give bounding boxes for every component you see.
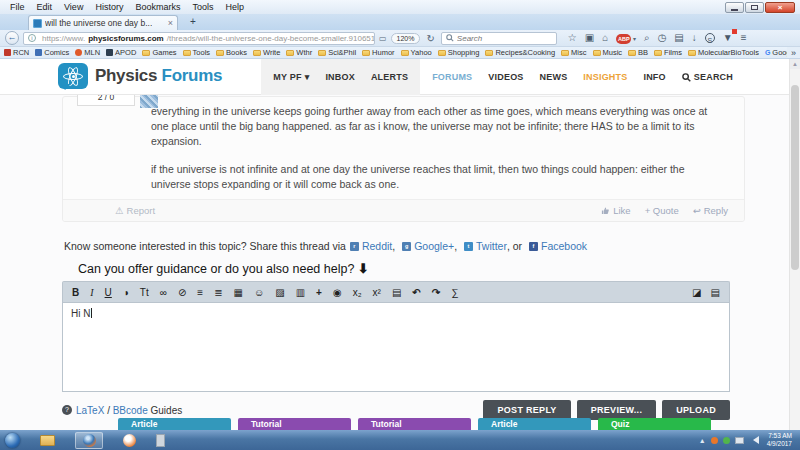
tray-network-icon[interactable] <box>735 437 744 444</box>
page-scrollbar[interactable]: ▲ <box>789 59 800 430</box>
zoom-level-badge[interactable]: 120% <box>391 33 421 44</box>
menu-history[interactable]: History <box>89 1 129 13</box>
quote-link[interactable]: + Quote <box>645 205 679 216</box>
upload-button[interactable]: UPLOAD <box>662 400 730 420</box>
insert-image-icon[interactable]: ▨ <box>275 282 284 303</box>
bbcode-guide-link[interactable]: BBcode <box>113 405 148 416</box>
browser-tab[interactable]: will the universe one day b... × <box>28 15 178 30</box>
post-reply-button[interactable]: POST REPLY <box>483 400 570 420</box>
bookmark-games[interactable]: Games <box>142 48 176 57</box>
share-twitter-link[interactable]: Twitter <box>476 240 507 252</box>
unlink-icon[interactable]: ⊘ <box>178 282 186 303</box>
bbcode-source-icon[interactable]: ▤ <box>711 282 720 303</box>
search-input[interactable] <box>457 34 547 43</box>
nav-info[interactable]: INFO <box>643 72 665 82</box>
insert-code-icon[interactable]: ▤ <box>392 282 401 303</box>
smilies-icon[interactable]: ☺ <box>254 282 264 303</box>
card-tutorial-1[interactable]: Tutorial <box>238 418 351 430</box>
menu-help[interactable]: Help <box>219 1 250 13</box>
menu-view[interactable]: View <box>58 1 89 13</box>
adblock-icon[interactable]: ABP ▾ <box>616 31 636 46</box>
taskbar-explorer-icon[interactable] <box>40 435 55 446</box>
bookmark-write[interactable]: Write <box>253 48 280 57</box>
reply-link[interactable]: ↩Reply <box>693 205 728 216</box>
bookmark-apod[interactable]: APOD <box>106 48 136 57</box>
tray-volume-icon[interactable] <box>749 436 759 444</box>
pocket-icon[interactable]: ▼ <box>723 31 733 45</box>
bulleted-list-icon[interactable]: ≡ <box>197 282 203 303</box>
share-google-link[interactable]: Google+ <box>414 240 454 252</box>
insert-media-icon[interactable]: ▥ <box>296 282 305 303</box>
bookmark-sci-phil[interactable]: Sci&Phil <box>318 48 356 57</box>
window-maximize-button[interactable] <box>745 2 764 13</box>
report-link[interactable]: ⚠ Report <box>115 205 155 216</box>
new-tab-button[interactable]: + <box>185 16 201 29</box>
italic-icon[interactable]: I <box>90 282 93 303</box>
home-icon[interactable]: ⌂ <box>602 31 608 45</box>
taskbar-firefox-active[interactable] <box>75 432 103 449</box>
card-quiz-4[interactable]: Quiz <box>598 418 711 430</box>
superscript-icon[interactable]: x² <box>373 282 381 303</box>
font-size-icon[interactable]: Tt <box>140 282 149 303</box>
card-tutorial-2[interactable]: Tutorial <box>358 418 471 430</box>
nav-insights[interactable]: INSIGHTS <box>583 72 627 82</box>
bookmark-films[interactable]: Films <box>654 48 682 57</box>
nav-my-pf[interactable]: MY PF▾ <box>273 72 309 82</box>
insert-link-icon[interactable]: ∞ <box>160 282 167 303</box>
bookmark-rcn[interactable]: RCN <box>4 48 29 57</box>
menu-file[interactable]: File <box>4 1 31 13</box>
latex-sigma-icon[interactable]: ∑ <box>451 282 458 303</box>
bookmark-tools[interactable]: Tools <box>183 48 211 57</box>
tray-antivirus-icon[interactable] <box>723 437 730 444</box>
subscript-icon[interactable]: x₂ <box>353 282 362 303</box>
history-clock-icon[interactable]: ◷ <box>658 31 667 45</box>
bookmark-books[interactable]: Books <box>216 48 247 57</box>
physicsforums-logo[interactable]: Physics Forums <box>58 63 222 89</box>
like-link[interactable]: Like <box>601 205 630 216</box>
insert-table-icon[interactable]: ▦ <box>234 282 243 303</box>
downloads-icon[interactable]: ↓ <box>692 31 697 45</box>
preview-button[interactable]: PREVIEW... <box>577 400 657 420</box>
bookmark-humor[interactable]: Humor <box>362 48 395 57</box>
taskbar-notes-icon[interactable] <box>156 434 165 447</box>
bookmark-shopping[interactable]: Shopping <box>438 48 480 57</box>
tab-close-icon[interactable]: × <box>168 18 173 28</box>
card-article-3[interactable]: Article <box>478 418 591 430</box>
card-article-0[interactable]: Article <box>118 418 231 430</box>
nav-videos[interactable]: VIDEOS <box>488 72 523 82</box>
skype-icon[interactable]: S <box>705 33 715 43</box>
reply-textarea[interactable]: Hi N <box>62 302 730 392</box>
numbered-list-icon[interactable]: ≣ <box>214 282 222 303</box>
underline-icon[interactable]: U <box>105 282 112 303</box>
nav-news[interactable]: NEWS <box>540 72 568 82</box>
share-facebook-link[interactable]: Facebook <box>541 240 587 252</box>
remove-formatting-icon[interactable]: ◪ <box>692 282 701 303</box>
window-minimize-button[interactable] <box>725 2 744 13</box>
reader-mode-icon[interactable]: ▭ <box>379 34 387 43</box>
site-info-icon[interactable]: i <box>28 34 36 42</box>
bookmark-star-icon[interactable]: ☆ <box>568 31 577 45</box>
bookmark-recipes-cooking[interactable]: Recipes&Cooking <box>485 48 555 57</box>
bookmark-bb[interactable]: BB <box>628 48 648 57</box>
bookmark-music[interactable]: Music <box>593 48 623 57</box>
bookmark-comics[interactable]: Comics <box>35 48 69 57</box>
back-button[interactable]: ← <box>5 31 19 45</box>
bookmark-misc[interactable]: Misc <box>561 48 586 57</box>
quick-search-icon[interactable]: ⌕ <box>644 31 650 45</box>
tray-app-orange-icon[interactable] <box>711 437 718 444</box>
taskbar-media-player-icon[interactable] <box>123 434 136 447</box>
menu-edit[interactable]: Edit <box>31 1 59 13</box>
start-button[interactable] <box>5 433 20 448</box>
share-reddit-link[interactable]: Reddit <box>362 240 392 252</box>
menu-bookmarks[interactable]: Bookmarks <box>129 1 186 13</box>
nav-forums[interactable]: FORUMS <box>432 72 472 82</box>
nav-search[interactable]: SEARCH <box>682 72 733 82</box>
url-bar[interactable]: i https://www.physicsforums.com/threads/… <box>23 32 375 45</box>
bookmark-wthr[interactable]: Wthr <box>286 48 312 57</box>
bookmarks-overflow-chevron[interactable]: » <box>787 47 800 59</box>
bookmark-mln[interactable]: MLN <box>75 48 100 57</box>
menu-tools[interactable]: Tools <box>186 1 219 13</box>
scroll-up-arrow-icon[interactable]: ▲ <box>790 59 800 69</box>
undo-icon[interactable]: ↶ <box>412 282 420 303</box>
nav-alerts[interactable]: ALERTS <box>371 72 408 82</box>
